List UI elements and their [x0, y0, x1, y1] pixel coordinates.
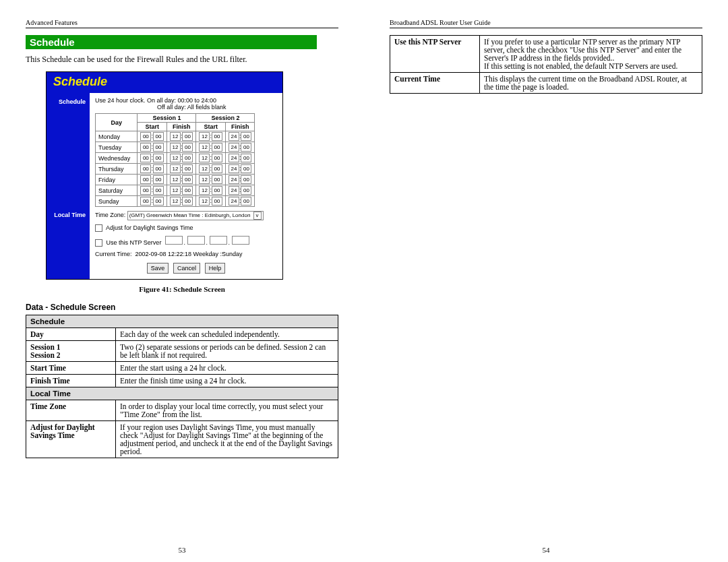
row-cur-key: Current Time: [390, 73, 480, 94]
time-input[interactable]: 00: [182, 197, 193, 206]
time-input[interactable]: 00: [212, 132, 222, 141]
col-s2-finish: Finish: [225, 123, 255, 131]
time-input[interactable]: 00: [153, 143, 164, 152]
time-input[interactable]: 12: [170, 143, 181, 152]
time-input[interactable]: 00: [140, 175, 151, 184]
time-input[interactable]: 00: [212, 164, 222, 173]
time-cell: 12:00: [196, 131, 226, 142]
ntp-label: Use this NTP Server: [107, 239, 162, 246]
time-input[interactable]: 00: [140, 164, 151, 173]
time-input[interactable]: 00: [140, 197, 151, 206]
time-input[interactable]: 00: [182, 186, 193, 195]
time-cell: 24:00: [225, 175, 255, 185]
time-cell: 24:00: [225, 164, 255, 175]
time-input[interactable]: 00: [241, 197, 251, 206]
instr-line2: Off all day: All fields blank: [95, 104, 277, 111]
time-input[interactable]: 00: [153, 132, 164, 141]
time-input[interactable]: 00: [212, 186, 222, 195]
time-input[interactable]: 12: [199, 143, 210, 152]
time-input[interactable]: 00: [241, 154, 251, 162]
time-input[interactable]: 12: [199, 186, 210, 195]
ntp-ip-field[interactable]: [232, 236, 249, 245]
time-input[interactable]: 24: [229, 143, 239, 152]
time-cell: 12:00: [166, 164, 196, 175]
time-input[interactable]: 00: [182, 143, 193, 152]
time-input[interactable]: 24: [229, 186, 239, 195]
row-finish-key: Finish Time: [26, 375, 116, 387]
time-input[interactable]: 00: [212, 154, 222, 162]
time-input[interactable]: 00: [241, 143, 251, 152]
ntp-ip-field[interactable]: [210, 236, 227, 245]
time-cell: 12:00: [196, 142, 226, 153]
time-input[interactable]: 12: [199, 197, 210, 206]
data-table-title: Data - Schedule Screen: [26, 303, 338, 312]
time-input[interactable]: 24: [229, 154, 239, 162]
figure-caption: Figure 41: Schedule Screen: [26, 285, 338, 293]
page-header-left: Advanced Features: [26, 19, 338, 28]
help-button[interactable]: Help: [205, 263, 226, 274]
time-input[interactable]: 00: [153, 164, 164, 173]
time-input[interactable]: 00: [140, 186, 151, 195]
time-cell: 12:00: [166, 175, 196, 185]
time-input[interactable]: 00: [212, 197, 222, 206]
time-input[interactable]: 00: [212, 143, 222, 152]
time-input[interactable]: 24: [229, 164, 239, 173]
time-input[interactable]: 00: [182, 164, 193, 173]
ntp-ip-field[interactable]: [165, 236, 183, 245]
time-input[interactable]: 12: [170, 197, 181, 206]
time-input[interactable]: 12: [170, 132, 181, 141]
screenshot-sidebar: Schedule Local Time: [47, 93, 90, 279]
time-input[interactable]: 24: [229, 175, 239, 184]
time-input[interactable]: 12: [170, 186, 181, 195]
row-finish-val: Enter the finish time using a 24 hr cloc…: [116, 375, 338, 387]
time-input[interactable]: 00: [182, 132, 193, 141]
time-input[interactable]: 00: [153, 154, 164, 162]
time-input[interactable]: 00: [241, 164, 251, 173]
cancel-button[interactable]: Cancel: [173, 263, 200, 274]
time-input[interactable]: 24: [229, 132, 239, 141]
time-input[interactable]: 24: [229, 197, 239, 206]
time-input[interactable]: 00: [153, 186, 164, 195]
schedule-table: Day Session 1 Session 2 Start Finish Sta…: [95, 113, 255, 207]
time-input[interactable]: 12: [199, 154, 210, 162]
time-input[interactable]: 12: [199, 164, 210, 173]
save-button[interactable]: Save: [147, 263, 169, 274]
time-input[interactable]: 12: [170, 154, 181, 162]
instr-line1: Use 24 hour clock. On all day: 00:00 to …: [95, 97, 277, 104]
row-ntp-val: If you prefer to use a particular NTP se…: [480, 36, 702, 73]
timezone-row: Time Zone: (GMT) Greenwich Mean Time : E…: [95, 211, 277, 220]
time-input[interactable]: 00: [182, 154, 193, 162]
time-input[interactable]: 00: [153, 175, 164, 184]
time-input[interactable]: 00: [153, 197, 164, 206]
chevron-down-icon: v: [253, 212, 262, 220]
day-cell: Tuesday: [96, 142, 138, 153]
time-input[interactable]: 12: [170, 175, 181, 184]
time-input[interactable]: 00: [140, 143, 151, 152]
page-number: 54: [364, 546, 728, 554]
time-input[interactable]: 12: [199, 132, 210, 141]
time-input[interactable]: 00: [241, 132, 251, 141]
time-cell: 00:00: [138, 175, 167, 185]
time-input[interactable]: 00: [140, 132, 151, 141]
row-session-key: Session 1 Session 2: [26, 341, 116, 362]
adjust-dst-checkbox[interactable]: [95, 224, 102, 232]
table-row: Thursday00:0012:0012:0024:00: [96, 164, 255, 175]
time-input[interactable]: 12: [170, 164, 181, 173]
time-input[interactable]: 12: [199, 175, 210, 184]
timezone-select[interactable]: (GMT) Greenwich Mean Time : Edinburgh, L…: [127, 211, 264, 220]
time-input[interactable]: 00: [212, 175, 222, 184]
header-text: Broadband ADSL Router User Guide: [390, 19, 491, 26]
day-cell: Thursday: [96, 164, 138, 175]
row-tz-val: In order to display your local time corr…: [116, 400, 338, 421]
adjust-dst-row: Adjust for Daylight Savings Time: [95, 224, 277, 232]
ntp-ip-field[interactable]: [187, 236, 205, 245]
ntp-checkbox[interactable]: [95, 239, 102, 247]
time-input[interactable]: 00: [241, 175, 251, 184]
time-input[interactable]: 00: [241, 186, 251, 195]
time-cell: 00:00: [138, 185, 167, 196]
nav-local-time: Local Time: [47, 210, 90, 220]
time-cell: 12:00: [196, 164, 226, 175]
header-text: Advanced Features: [26, 19, 78, 26]
time-input[interactable]: 00: [182, 175, 193, 184]
time-input[interactable]: 00: [140, 154, 151, 162]
